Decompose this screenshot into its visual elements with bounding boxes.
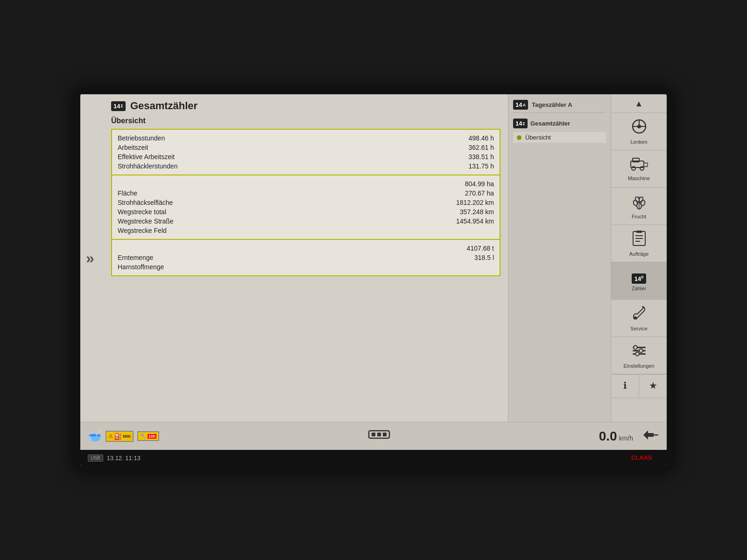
- screen-bezel: » 14Σ Gesamtzähler Übersicht Betrieb: [75, 89, 672, 471]
- wrench-icon: [632, 305, 647, 324]
- gesamtzaehler-title-mid: Gesamtzähler: [530, 120, 570, 127]
- table-row: Wegstrecke total 357.248 km: [118, 207, 494, 217]
- status-center: [368, 427, 390, 446]
- fuel-warning-badge: ⚠ ⛽ MIN: [106, 431, 134, 442]
- table-row: Effektive Arbeitszeit 338.51 h: [118, 152, 494, 161]
- table-row: Wegstrecke Feld: [118, 226, 494, 235]
- bottom-left: USB 13.12. 11:13: [88, 455, 141, 462]
- service-warning-badge: 🔧 10h: [137, 431, 160, 441]
- svg-point-21: [634, 316, 637, 319]
- right-sidebar: ▲ Lenken: [611, 94, 667, 422]
- svg-rect-9: [644, 163, 648, 167]
- table-row: Betriebsstunden 498.46 h: [118, 133, 494, 143]
- svg-point-11: [633, 200, 638, 206]
- table-row: Fläche 270.67 ha: [118, 189, 494, 198]
- svg-point-25: [634, 346, 637, 350]
- hours-section: Betriebsstunden 498.46 h Arbeitszeit 362…: [112, 130, 500, 175]
- svg-marker-32: [643, 430, 654, 440]
- left-panel: » 14Σ Gesamtzähler Übersicht Betrieb: [80, 94, 508, 422]
- main-content: » 14Σ Gesamtzähler Übersicht Betrieb: [80, 94, 667, 422]
- svg-rect-20: [636, 231, 642, 233]
- wrench-small-icon: 🔧: [140, 433, 147, 439]
- status-right: 0.0 km/h: [599, 428, 659, 444]
- area-section: 804.99 ha Fläche 270.67 ha Strohhäckself…: [112, 175, 500, 239]
- grain-icon: [631, 193, 648, 212]
- zaehler-label: Zähler: [632, 286, 646, 291]
- table-row: Harnstoffmenge: [118, 262, 494, 272]
- orders-icon: [632, 230, 647, 249]
- datetime-display: 13.12. 11:13: [107, 455, 141, 462]
- table-row: Erntemenge 318.5 l: [118, 253, 494, 262]
- sidebar-item-star[interactable]: ★: [639, 375, 667, 398]
- gesamtzaehler-badge-mid: 14Σ: [513, 119, 528, 128]
- direction-icon: [642, 428, 659, 444]
- sidebar-item-service[interactable]: Service: [611, 300, 667, 337]
- svg-point-27: [635, 352, 639, 356]
- warning-triangle-icon: ⚠: [108, 433, 113, 439]
- svg-point-12: [640, 200, 646, 206]
- fuel-pump-icon: ⛽: [114, 433, 122, 440]
- table-row: Arbeitszeit 362.61 h: [118, 143, 494, 152]
- svg-point-26: [639, 349, 643, 353]
- sidebar-item-maschine[interactable]: Maschine: [611, 150, 667, 188]
- lenken-label: Lenken: [630, 139, 647, 145]
- ten-h-badge: 10h: [148, 434, 157, 439]
- service-label: Service: [630, 326, 648, 331]
- sidebar-item-auftraege[interactable]: Aufträge: [611, 225, 667, 262]
- active-dot: [517, 135, 521, 140]
- screen: » 14Σ Gesamtzähler Übersicht Betrieb: [80, 94, 667, 466]
- table-row: 804.99 ha: [118, 179, 494, 189]
- sidebar-item-einstellungen[interactable]: Einstellungen: [611, 337, 667, 374]
- settings-icon: [631, 342, 648, 361]
- speed-unit: km/h: [619, 434, 633, 442]
- gesamtzaehler-block: 14Σ Gesamtzähler Übersicht: [513, 119, 606, 143]
- min-label: MIN: [123, 434, 131, 439]
- uebersicht-label: Übersicht: [111, 117, 500, 125]
- back-button[interactable]: »: [86, 250, 94, 267]
- speed-display: 0.0 km/h: [599, 429, 633, 444]
- einstellungen-label: Einstellungen: [623, 363, 654, 369]
- frucht-label: Frucht: [632, 214, 646, 219]
- usb-badge: USB: [88, 455, 103, 462]
- auftraege-label: Aufträge: [629, 251, 649, 257]
- uebersicht-item[interactable]: Übersicht: [513, 132, 606, 143]
- tageszaehler-badge: 14A: [513, 100, 528, 110]
- sidebar-item-frucht[interactable]: Frucht: [611, 188, 667, 225]
- gesamtzaehler-header: 14Σ Gesamtzähler: [513, 119, 606, 128]
- sidebar-item-zaehler[interactable]: 140 Zähler: [611, 262, 667, 300]
- status-bar: 🥣 ⚠ ⛽ MIN 🔧 10h: [80, 422, 667, 450]
- panel-header: 14Σ Gesamtzähler: [111, 100, 500, 112]
- drum-icon: 🥣: [88, 430, 102, 443]
- svg-point-1: [637, 125, 641, 128]
- steering-icon: [631, 118, 648, 137]
- panel-title: Gesamtzähler: [130, 100, 197, 112]
- table-row: Wegstrecke Straße 1454.954 km: [118, 217, 494, 226]
- svg-rect-30: [377, 433, 381, 436]
- svg-rect-29: [372, 433, 375, 436]
- table-row: 4107.68 t: [118, 244, 494, 253]
- bottom-bar: USB 13.12. 11:13 CLAAS: [80, 450, 667, 466]
- claas-logo: CLAAS: [631, 453, 659, 463]
- machine-icon: [630, 156, 648, 174]
- svg-text:CLAAS: CLAAS: [631, 454, 652, 461]
- sidebar-item-lenken[interactable]: Lenken: [611, 113, 667, 150]
- tageszaehler-label: Tageszähler A: [532, 101, 572, 108]
- connection-icon: [368, 427, 390, 446]
- chevron-up-icon: ▲: [635, 99, 643, 108]
- star-icon: ★: [649, 381, 657, 390]
- sidebar-item-info[interactable]: ℹ: [611, 375, 639, 398]
- data-box: Betriebsstunden 498.46 h Arbeitszeit 362…: [111, 129, 500, 276]
- gesamtzaehler-badge: 14Σ: [111, 101, 126, 111]
- uebersicht-item-label: Übersicht: [525, 134, 551, 141]
- status-icons-left: 🥣 ⚠ ⛽ MIN 🔧 10h: [88, 430, 159, 443]
- counter-icon: 140: [632, 270, 646, 284]
- fuel-warning-group: ⚠ ⛽ MIN: [106, 431, 134, 442]
- table-row: Strohhäckselfläche 1812.202 km: [118, 198, 494, 207]
- tageszaehler-header: 14A Tageszähler A: [513, 100, 606, 113]
- speed-value: 0.0: [599, 429, 617, 444]
- middle-panel: 14A Tageszähler A 14Σ Gesamtzähler Übers…: [508, 94, 611, 422]
- table-row: Strohhäcklerstunden 131.75 h: [118, 161, 494, 171]
- sidebar-scroll-up[interactable]: ▲: [611, 94, 667, 113]
- info-icon: ℹ: [623, 381, 627, 390]
- harvest-section: 4107.68 t Erntemenge 318.5 l Harnstoffme…: [112, 239, 500, 275]
